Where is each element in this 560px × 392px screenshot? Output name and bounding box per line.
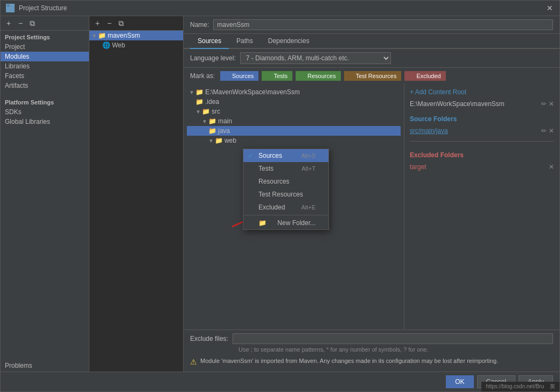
excluded-color-box: [409, 73, 415, 79]
bottom-section: Exclude files: Use ; to separate name pa…: [184, 330, 559, 372]
tree-web-label: Web: [112, 41, 125, 49]
edit-source-icon[interactable]: ✏: [541, 127, 547, 135]
name-label: Name:: [190, 21, 209, 29]
dialog-title: Project Structure: [19, 4, 67, 12]
source-tree-idea[interactable]: 📁 .idea: [187, 97, 401, 107]
exclude-files-label: Exclude files:: [190, 335, 228, 342]
source-tree-main[interactable]: ▼ 📁 main: [187, 116, 401, 126]
sidebar-item-sdks[interactable]: SDKs: [1, 107, 89, 117]
resources-color-box: [300, 73, 306, 79]
context-sources-shortcut: Alt+S: [301, 152, 316, 159]
context-menu-resources[interactable]: Resources: [243, 175, 328, 188]
content-root-path-row: E:\MavenWorkSpace\mavenSsm ✏ ✕: [410, 99, 554, 109]
mark-sources-button[interactable]: Sources: [220, 71, 258, 81]
sidebar-item-libraries[interactable]: Libraries: [1, 61, 89, 71]
title-bar-left: Project Structure: [6, 4, 67, 12]
excluded-folders-title: Excluded Folders: [410, 151, 554, 159]
sidebar-item-modules[interactable]: Modules: [1, 52, 89, 61]
remove-excluded-icon[interactable]: ✕: [549, 163, 554, 171]
context-new-folder-label: New Folder...: [277, 219, 316, 227]
remove-content-root-icon[interactable]: ✕: [549, 100, 554, 108]
context-menu-excluded[interactable]: Excluded Alt+E: [243, 201, 328, 214]
mark-resources-button[interactable]: Resources: [296, 71, 341, 81]
web-icon: 🌐: [102, 41, 110, 49]
tree-item-mavenssm[interactable]: ▼ 📁 mavenSsm: [89, 31, 183, 40]
source-tree-src[interactable]: ▼ 📁 src: [187, 107, 401, 116]
tree-add-button[interactable]: +: [93, 18, 102, 28]
exclude-files-input[interactable]: [233, 333, 553, 344]
mark-test-resources-label: Test Resources: [356, 73, 397, 79]
lang-label: Language level:: [190, 54, 236, 62]
main-arrow: ▼: [202, 118, 207, 124]
edit-content-root-icon[interactable]: ✏: [541, 100, 547, 108]
artifacts-label: Artifacts: [5, 82, 28, 89]
folder-icon: 📁: [98, 32, 106, 39]
copy-button[interactable]: ⧉: [27, 18, 37, 28]
remove-source-icon[interactable]: ✕: [549, 127, 554, 135]
status-bar: https://blog.csdn.net/Bru 英: [481, 382, 559, 391]
mark-as-label: Mark as:: [190, 72, 215, 80]
global-libraries-label: Global Libraries: [5, 118, 50, 125]
title-bar-controls: ✕: [545, 4, 554, 12]
sidebar-item-problems[interactable]: Problems: [1, 360, 89, 372]
root-arrow: ▼: [189, 89, 194, 95]
context-menu-new-folder[interactable]: 📁 New Folder...: [243, 216, 328, 229]
exclude-hint: Use ; to separate name patterns, * for a…: [190, 346, 553, 353]
context-menu-separator: [243, 215, 328, 215]
add-content-root-link[interactable]: + Add Content Root: [410, 88, 554, 96]
tree-remove-button[interactable]: −: [104, 18, 114, 28]
sidebar-item-facets[interactable]: Facets: [1, 71, 89, 81]
context-tests-label: Tests: [258, 165, 274, 172]
tab-paths[interactable]: Paths: [229, 34, 261, 48]
tree-copy-button[interactable]: ⧉: [116, 18, 126, 28]
info-panel: + Add Content Root E:\MavenWorkSpace\mav…: [404, 84, 559, 330]
source-tree-idea-label: .idea: [205, 98, 219, 106]
excluded-folder-item: target ✕: [410, 162, 554, 172]
source-tree-root[interactable]: ▼ 📁 E:\MavenWorkSpace\mavenSsm: [187, 87, 401, 97]
ok-button[interactable]: OK: [446, 375, 473, 388]
right-panel: Name: Sources Paths Dependencies Languag…: [184, 16, 559, 372]
arrow-icon: ▼: [92, 33, 97, 39]
tab-sources[interactable]: Sources: [190, 34, 229, 49]
project-settings-header: Project Settings: [1, 31, 89, 42]
add-button[interactable]: +: [4, 18, 13, 28]
check-icon: ✓: [248, 152, 253, 159]
context-menu-test-resources[interactable]: Test Resources: [243, 188, 328, 201]
context-menu-tests[interactable]: Tests Alt+T: [243, 162, 328, 175]
source-folder-path: src/main/java: [410, 127, 448, 135]
tabs-row: Sources Paths Dependencies: [184, 34, 559, 49]
mark-tests-label: Tests: [274, 73, 288, 79]
main-folder-icon: 📁: [208, 117, 216, 125]
remove-button[interactable]: −: [16, 18, 25, 28]
web-folder-icon: 📁: [215, 137, 223, 144]
mark-test-resources-button[interactable]: Test Resources: [344, 71, 402, 81]
tree-item-web[interactable]: 🌐 Web: [89, 40, 183, 50]
mark-tests-button[interactable]: Tests: [262, 71, 292, 81]
status-lang: 英: [550, 383, 555, 389]
name-input[interactable]: [213, 19, 553, 30]
mark-excluded-button[interactable]: Excluded: [404, 71, 445, 81]
tree-toolbar: + − ⧉: [89, 16, 183, 31]
context-test-resources-label: Test Resources: [258, 191, 303, 198]
sidebar-item-project[interactable]: Project: [1, 42, 89, 52]
context-menu-sources[interactable]: ✓ Sources Alt+S: [243, 149, 328, 162]
source-tree-java-label: java: [218, 127, 230, 135]
tab-dependencies[interactable]: Dependencies: [261, 34, 317, 48]
source-tree-web-label: web: [225, 137, 236, 144]
sidebar: + − ⧉ Project Settings Project Modules L…: [1, 16, 89, 372]
language-level-select[interactable]: 7 - Diamonds, ARM, multi-catch etc.: [240, 52, 391, 64]
sidebar-toolbar: + − ⧉: [1, 16, 89, 31]
problems-label: Problems: [5, 362, 32, 369]
info-divider: [410, 141, 554, 142]
source-tree-web[interactable]: ▼ 📁 web: [187, 136, 401, 145]
web-arrow: ▼: [208, 138, 214, 144]
mark-as-row: Mark as: Sources Tests Resources Test Re…: [184, 68, 559, 84]
sidebar-item-global-libraries[interactable]: Global Libraries: [1, 117, 89, 127]
src-arrow: ▼: [195, 109, 201, 115]
source-folders-title: Source Folders: [410, 115, 554, 123]
root-folder-icon: 📁: [195, 88, 204, 96]
mark-resources-label: Resources: [307, 73, 336, 79]
close-button[interactable]: ✕: [545, 4, 554, 12]
sidebar-item-artifacts[interactable]: Artifacts: [1, 81, 89, 90]
source-tree-java[interactable]: 📁 java: [187, 126, 401, 136]
